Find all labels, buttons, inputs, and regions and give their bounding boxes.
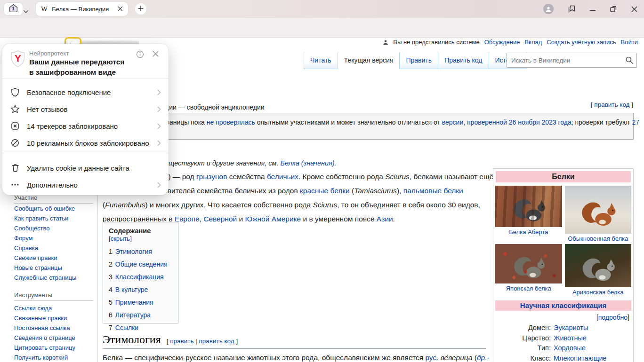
toc-num: 3 (109, 273, 113, 281)
taxonomy-value[interactable]: Эукариоты (554, 323, 588, 333)
toc-item[interactable]: 3Классификация (109, 271, 172, 283)
taxonomy-value[interactable]: Млекопитающие (554, 354, 607, 362)
taxonomy-row: Тип:Хордовые (495, 343, 631, 354)
protect-popup: Y Нейропротект Ваши данные передаются в … (2, 44, 169, 195)
image-caption[interactable]: Белка Аберта (495, 228, 562, 236)
sidebar-link[interactable]: Как править статьи (14, 213, 76, 223)
browser-tab[interactable]: W Белка — Википедия (36, 2, 128, 16)
page-tabs: Читать Текущая версия Править Править ко… (304, 52, 527, 69)
close-window-button[interactable] (629, 4, 639, 14)
adblock-icon (10, 138, 20, 148)
toc-link[interactable]: Общие сведения (115, 260, 168, 268)
tabs-dropdown-chevron-icon[interactable] (23, 7, 29, 16)
toc-item[interactable]: 4В культуре (109, 283, 172, 296)
taxonomy-label: Класс: (495, 354, 551, 362)
image-caption[interactable]: Японская белка (495, 285, 562, 292)
image-caption[interactable]: Аризонская белка (565, 289, 632, 296)
popup-app-name: Нейропротект (29, 50, 69, 57)
edit-section-link[interactable]: [ править код ] (591, 101, 633, 108)
details-link[interactable]: [подробно] (495, 314, 629, 321)
toc-link[interactable]: В культуре (115, 286, 148, 293)
notice-line-1: Текущая версия страницы пока не проверял… (108, 118, 628, 127)
taxobox-images: Белка Аберта Обыкновенная белка (495, 186, 631, 296)
squirrel-image-japanese[interactable] (495, 244, 562, 283)
trash-icon (10, 163, 20, 173)
info-icon (136, 50, 144, 58)
menu-item-clear-cookies[interactable]: Удалить cookie и данные сайта (2, 159, 169, 176)
menu-item-more[interactable]: Дополнительно (2, 176, 169, 193)
toc-hide-link[interactable]: скрыть (111, 235, 130, 242)
squirrel-image-red[interactable] (565, 186, 632, 234)
toc-item[interactable]: 1Этимология (109, 245, 172, 258)
popup-info-button[interactable] (136, 50, 144, 60)
sidebar-section-header: Участие (14, 194, 93, 204)
menu-item-trackers[interactable]: 14 трекеров заблокировано (2, 118, 169, 134)
toc-box: Содержание [скрыть] 1Этимология 2Общие с… (103, 222, 178, 323)
menu-item-adblocks[interactable]: 10 рекламных блоков заблокировано (2, 134, 169, 151)
toc-item[interactable]: 7Ссылки (109, 322, 172, 334)
toc-item[interactable]: 6Литература (109, 309, 172, 322)
search-icon[interactable] (625, 56, 634, 66)
toc-link[interactable]: Ссылки (115, 324, 138, 331)
image-caption[interactable]: Обыкновенная белка (565, 235, 632, 242)
minimize-button[interactable] (588, 4, 598, 14)
menu-item-label: Нет отзывов (27, 105, 157, 113)
link-contributions[interactable]: Вклад (524, 39, 542, 46)
toc-link[interactable]: Литература (115, 311, 151, 319)
tab-counter-button[interactable]: 1 (4, 3, 23, 15)
search-input[interactable] (507, 53, 636, 67)
sidebar-link[interactable]: Форум (14, 233, 76, 243)
link-create-account[interactable]: Создать учётную запись (547, 39, 616, 46)
tab-edit[interactable]: Править (399, 52, 438, 69)
menu-item-reviews[interactable]: Нет отзывов (2, 101, 169, 118)
sidebar-link[interactable]: Сообщество (14, 223, 76, 233)
bracket: ] (130, 235, 132, 242)
squirrel-image-arizona[interactable] (565, 244, 632, 287)
sidebar-tool-link[interactable]: Ссылки сюда (14, 303, 75, 313)
menu-item-secure-connection[interactable]: Безопасное подключение (2, 84, 169, 101)
toc-num: 2 (109, 260, 113, 268)
toc-num: 1 (109, 248, 113, 255)
taxonomy-value[interactable]: Животные (554, 333, 587, 344)
sidebar-tool-link[interactable]: Сведения о странице (14, 333, 75, 343)
tab-current-version[interactable]: Текущая версия (338, 52, 400, 69)
side-panel-button[interactable] (566, 4, 577, 14)
popup-divider (2, 153, 169, 153)
menu-item-label: Дополнительно (27, 181, 157, 189)
toc-hide-toggle[interactable]: [скрыть] (109, 235, 132, 242)
etymology-text: Белка — специфически-русское название жи… (103, 354, 490, 362)
sci-classification-header[interactable]: Научная классификация (495, 300, 631, 311)
details-link-text[interactable]: подробно (598, 314, 628, 321)
sidebar-link[interactable]: Свежие правки (14, 253, 76, 263)
link-login[interactable]: Войти (621, 39, 638, 46)
chevron-right-icon (157, 140, 161, 146)
tab-edit-source[interactable]: Править код (438, 52, 488, 69)
sidebar-link[interactable]: Справка (14, 243, 76, 253)
tab-close-icon[interactable] (118, 5, 123, 13)
sidebar-tool-link[interactable]: Получить короткий (14, 353, 75, 362)
toc-item[interactable]: 2Общие сведения (109, 258, 172, 271)
toc-link[interactable]: Классификация (115, 273, 164, 281)
sidebar-tools: Ссылки сюда Связанные правки Постоянная … (14, 303, 75, 362)
new-tab-button[interactable] (135, 3, 146, 15)
tools-header: Инструменты (14, 291, 93, 301)
taxonomy-value[interactable]: Хордовые (554, 343, 586, 354)
sidebar-tool-link[interactable]: Цитировать страницу (14, 343, 75, 353)
sidebar-tool-link[interactable]: Постоянная ссылка (14, 323, 75, 333)
image-cell: Аризонская белка (565, 244, 632, 296)
sidebar-link[interactable]: Служебные страницы (14, 273, 76, 283)
restore-button[interactable] (608, 4, 619, 14)
toc-item[interactable]: 5Примечания (109, 296, 172, 309)
taxonomy-label: Тип: (495, 343, 551, 354)
squirrel-image-abert[interactable] (495, 186, 562, 227)
section-edit-links[interactable]: [ править | править код ] (167, 338, 238, 345)
toc-link[interactable]: Примечания (115, 299, 153, 306)
link-talk[interactable]: Обсуждение (484, 39, 520, 46)
sidebar-link[interactable]: Сообщить об ошибке (14, 204, 76, 213)
profile-avatar[interactable] (543, 4, 554, 14)
popup-close-button[interactable] (152, 50, 159, 59)
toc-link[interactable]: Этимология (115, 248, 152, 255)
tab-read[interactable]: Читать (304, 52, 338, 69)
sidebar-tool-link[interactable]: Связанные правки (14, 313, 75, 323)
sidebar-link[interactable]: Новые страницы (14, 263, 76, 273)
